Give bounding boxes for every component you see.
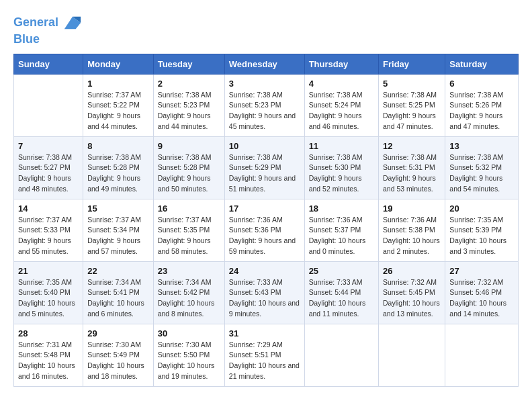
day-info: Sunrise: 7:36 AMSunset: 5:38 PMDaylight:…	[383, 215, 441, 257]
weekday-header-thursday: Thursday	[304, 54, 378, 74]
day-info: Sunrise: 7:34 AMSunset: 5:41 PMDaylight:…	[87, 277, 149, 320]
day-number: 14	[18, 203, 79, 214]
day-info: Sunrise: 7:38 AMSunset: 5:28 PMDaylight:…	[158, 152, 220, 195]
day-info: Sunrise: 7:38 AMSunset: 5:24 PMDaylight:…	[309, 90, 374, 132]
page-header: General Blue	[13, 13, 519, 47]
day-info: Sunrise: 7:31 AMSunset: 5:48 PMDaylight:…	[18, 340, 79, 382]
day-number: 18	[309, 203, 374, 214]
week-row-5: 28Sunrise: 7:31 AMSunset: 5:48 PMDayligh…	[14, 324, 519, 386]
day-number: 23	[158, 266, 220, 276]
weekday-header-wednesday: Wednesday	[224, 54, 304, 74]
day-info: Sunrise: 7:38 AMSunset: 5:25 PMDaylight:…	[383, 90, 441, 132]
calendar-cell: 3Sunrise: 7:38 AMSunset: 5:23 PMDaylight…	[224, 74, 304, 136]
day-number: 27	[449, 266, 514, 276]
week-row-3: 14Sunrise: 7:37 AMSunset: 5:33 PMDayligh…	[14, 199, 519, 261]
calendar-table: SundayMondayTuesdayWednesdayThursdayFrid…	[13, 54, 519, 387]
calendar-cell: 22Sunrise: 7:34 AMSunset: 5:41 PMDayligh…	[83, 261, 154, 324]
logo-icon	[63, 13, 82, 32]
day-info: Sunrise: 7:38 AMSunset: 5:32 PMDaylight:…	[449, 152, 514, 195]
day-number: 30	[158, 328, 220, 338]
week-row-4: 21Sunrise: 7:35 AMSunset: 5:40 PMDayligh…	[14, 261, 519, 324]
calendar-cell: 14Sunrise: 7:37 AMSunset: 5:33 PMDayligh…	[14, 199, 83, 261]
day-info: Sunrise: 7:38 AMSunset: 5:23 PMDaylight:…	[158, 90, 220, 132]
day-info: Sunrise: 7:38 AMSunset: 5:26 PMDaylight:…	[449, 90, 514, 132]
day-number: 15	[87, 203, 149, 214]
day-number: 29	[87, 328, 149, 338]
calendar-cell: 7Sunrise: 7:38 AMSunset: 5:27 PMDaylight…	[14, 136, 83, 199]
day-info: Sunrise: 7:37 AMSunset: 5:33 PMDaylight:…	[18, 215, 79, 257]
calendar-cell: 24Sunrise: 7:33 AMSunset: 5:43 PMDayligh…	[224, 261, 304, 324]
weekday-header-monday: Monday	[83, 54, 154, 74]
calendar-cell	[445, 324, 519, 386]
calendar-cell: 29Sunrise: 7:30 AMSunset: 5:49 PMDayligh…	[83, 324, 154, 386]
day-number: 4	[309, 79, 374, 89]
calendar-cell: 6Sunrise: 7:38 AMSunset: 5:26 PMDaylight…	[445, 74, 519, 136]
day-info: Sunrise: 7:37 AMSunset: 5:34 PMDaylight:…	[87, 215, 149, 257]
day-number: 24	[229, 266, 300, 276]
logo-general: General	[13, 15, 58, 29]
day-info: Sunrise: 7:38 AMSunset: 5:28 PMDaylight:…	[87, 152, 149, 195]
day-number: 5	[383, 79, 441, 89]
weekday-header-tuesday: Tuesday	[153, 54, 224, 74]
calendar-cell: 5Sunrise: 7:38 AMSunset: 5:25 PMDaylight…	[379, 74, 445, 136]
calendar-cell: 11Sunrise: 7:38 AMSunset: 5:30 PMDayligh…	[304, 136, 378, 199]
calendar-cell: 21Sunrise: 7:35 AMSunset: 5:40 PMDayligh…	[14, 261, 83, 324]
weekday-header-friday: Friday	[379, 54, 445, 74]
calendar-cell	[14, 74, 83, 136]
day-info: Sunrise: 7:30 AMSunset: 5:50 PMDaylight:…	[158, 340, 220, 382]
calendar-cell: 26Sunrise: 7:32 AMSunset: 5:45 PMDayligh…	[379, 261, 445, 324]
day-number: 20	[449, 203, 514, 214]
calendar-cell: 4Sunrise: 7:38 AMSunset: 5:24 PMDaylight…	[304, 74, 378, 136]
week-row-2: 7Sunrise: 7:38 AMSunset: 5:27 PMDaylight…	[14, 136, 519, 199]
day-info: Sunrise: 7:33 AMSunset: 5:44 PMDaylight:…	[309, 277, 374, 320]
calendar-cell: 17Sunrise: 7:36 AMSunset: 5:36 PMDayligh…	[224, 199, 304, 261]
calendar-cell: 31Sunrise: 7:29 AMSunset: 5:51 PMDayligh…	[224, 324, 304, 386]
day-number: 21	[18, 266, 79, 276]
day-info: Sunrise: 7:38 AMSunset: 5:27 PMDaylight:…	[18, 152, 79, 195]
weekday-header-sunday: Sunday	[14, 54, 83, 74]
calendar-cell: 16Sunrise: 7:37 AMSunset: 5:35 PMDayligh…	[153, 199, 224, 261]
day-info: Sunrise: 7:37 AMSunset: 5:35 PMDaylight:…	[158, 215, 220, 257]
day-number: 26	[383, 266, 441, 276]
day-info: Sunrise: 7:38 AMSunset: 5:31 PMDaylight:…	[383, 152, 441, 195]
day-number: 1	[87, 79, 149, 89]
calendar-cell: 15Sunrise: 7:37 AMSunset: 5:34 PMDayligh…	[83, 199, 154, 261]
calendar-cell: 1Sunrise: 7:37 AMSunset: 5:22 PMDaylight…	[83, 74, 154, 136]
day-info: Sunrise: 7:34 AMSunset: 5:42 PMDaylight:…	[158, 277, 220, 320]
calendar-cell: 23Sunrise: 7:34 AMSunset: 5:42 PMDayligh…	[153, 261, 224, 324]
calendar-cell: 13Sunrise: 7:38 AMSunset: 5:32 PMDayligh…	[445, 136, 519, 199]
day-info: Sunrise: 7:38 AMSunset: 5:30 PMDaylight:…	[309, 152, 374, 195]
day-number: 2	[158, 79, 220, 89]
day-number: 17	[229, 203, 300, 214]
logo: General Blue	[13, 13, 82, 47]
day-number: 31	[229, 328, 300, 338]
calendar-cell: 18Sunrise: 7:36 AMSunset: 5:37 PMDayligh…	[304, 199, 378, 261]
calendar-cell: 8Sunrise: 7:38 AMSunset: 5:28 PMDaylight…	[83, 136, 154, 199]
day-info: Sunrise: 7:38 AMSunset: 5:23 PMDaylight:…	[229, 90, 300, 132]
day-info: Sunrise: 7:36 AMSunset: 5:37 PMDaylight:…	[309, 215, 374, 257]
day-number: 12	[383, 141, 441, 151]
day-number: 9	[158, 141, 220, 151]
day-number: 11	[309, 141, 374, 151]
calendar-cell: 19Sunrise: 7:36 AMSunset: 5:38 PMDayligh…	[379, 199, 445, 261]
day-number: 7	[18, 141, 79, 151]
calendar-cell	[304, 324, 378, 386]
calendar-cell: 2Sunrise: 7:38 AMSunset: 5:23 PMDaylight…	[153, 74, 224, 136]
calendar-cell: 28Sunrise: 7:31 AMSunset: 5:48 PMDayligh…	[14, 324, 83, 386]
day-info: Sunrise: 7:35 AMSunset: 5:39 PMDaylight:…	[449, 215, 514, 257]
calendar-cell: 20Sunrise: 7:35 AMSunset: 5:39 PMDayligh…	[445, 199, 519, 261]
day-number: 13	[449, 141, 514, 151]
day-info: Sunrise: 7:33 AMSunset: 5:43 PMDaylight:…	[229, 277, 300, 320]
day-info: Sunrise: 7:35 AMSunset: 5:40 PMDaylight:…	[18, 277, 79, 320]
calendar-cell: 30Sunrise: 7:30 AMSunset: 5:50 PMDayligh…	[153, 324, 224, 386]
day-number: 6	[449, 79, 514, 89]
day-info: Sunrise: 7:38 AMSunset: 5:29 PMDaylight:…	[229, 152, 300, 195]
week-row-1: 1Sunrise: 7:37 AMSunset: 5:22 PMDaylight…	[14, 74, 519, 136]
day-info: Sunrise: 7:30 AMSunset: 5:49 PMDaylight:…	[87, 340, 149, 382]
day-number: 28	[18, 328, 79, 338]
day-number: 3	[229, 79, 300, 89]
day-number: 10	[229, 141, 300, 151]
day-number: 22	[87, 266, 149, 276]
day-info: Sunrise: 7:29 AMSunset: 5:51 PMDaylight:…	[229, 340, 300, 382]
calendar-cell: 10Sunrise: 7:38 AMSunset: 5:29 PMDayligh…	[224, 136, 304, 199]
